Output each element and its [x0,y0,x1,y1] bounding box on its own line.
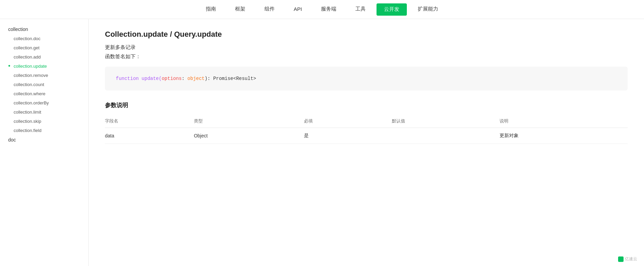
nav-item-cloud[interactable]: 云开发 [377,3,407,16]
code-param-type: object [187,76,204,81]
brand-name: 亿速云 [625,256,637,262]
cell-field-required: 是 [298,128,386,144]
sidebar-group-doc[interactable]: doc [0,135,88,145]
sidebar-item-collection-limit[interactable]: collection.limit [0,107,88,117]
code-fn-keyword: function update( [116,76,162,81]
sidebar-item-collection-orderby[interactable]: collection.orderBy [0,98,88,107]
footer-brand: 亿速云 [618,256,637,262]
code-colon: : [182,76,187,81]
sidebar-item-collection-get[interactable]: collection.get [0,43,88,52]
table-header-row: 字段名 类型 必填 默认值 说明 [105,115,628,128]
table-row: data Object 是 更新对象 [105,128,628,144]
cell-field-type: Object [188,128,298,144]
brand-icon [618,256,624,262]
col-header-desc: 说明 [494,115,628,128]
nav-item-api[interactable]: API [284,0,311,19]
sidebar-item-collection-count[interactable]: collection.count [0,80,88,89]
sidebar-item-collection-update[interactable]: collection.update [0,62,88,71]
sidebar-item-collection-field[interactable]: collection.field [0,126,88,135]
nav-item-components[interactable]: 组件 [255,0,284,19]
col-header-type: 类型 [188,115,298,128]
signature-label: 函数签名如下： [105,53,628,60]
sidebar-group-collection[interactable]: collection [0,24,88,34]
code-block: function update(options: object): Promis… [105,67,628,90]
col-header-default: 默认值 [386,115,494,128]
nav-item-framework[interactable]: 框架 [226,0,255,19]
nav-item-extensions[interactable]: 扩展能力 [408,0,448,19]
main-content: Collection.update / Query.update 更新多条记录 … [89,19,644,266]
cell-field-description: 更新对象 [494,128,628,144]
top-nav: 指南 框架 组件 API 服务端 工具 云开发 扩展能力 [0,0,644,19]
col-header-field: 字段名 [105,115,188,128]
layout: collection collection.doc collection.get… [0,19,644,266]
sidebar-item-collection-remove[interactable]: collection.remove [0,71,88,80]
code-suffix: ): Promise<Result> [204,76,256,81]
col-header-required: 必填 [298,115,386,128]
cell-field-name: data [105,128,188,144]
params-title: 参数说明 [105,101,628,109]
nav-item-tools[interactable]: 工具 [346,0,375,19]
nav-item-guide[interactable]: 指南 [196,0,226,19]
subtitle: 更新多条记录 [105,44,628,51]
sidebar-item-collection-add[interactable]: collection.add [0,52,88,62]
page-title: Collection.update / Query.update [105,30,628,39]
code-param-name: options [162,76,182,81]
params-table: 字段名 类型 必填 默认值 说明 data Object 是 更新对象 [105,115,628,144]
nav-item-server[interactable]: 服务端 [311,0,346,19]
sidebar: collection collection.doc collection.get… [0,19,89,266]
sidebar-item-collection-where[interactable]: collection.where [0,89,88,98]
cell-field-default [386,128,494,144]
sidebar-item-collection-doc[interactable]: collection.doc [0,34,88,43]
sidebar-item-collection-skip[interactable]: collection.skip [0,117,88,126]
